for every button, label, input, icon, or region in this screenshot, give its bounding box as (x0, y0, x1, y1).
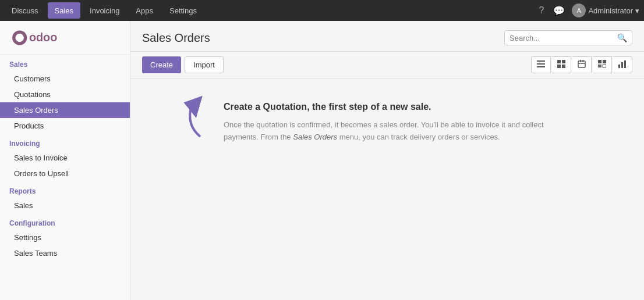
svg-rect-12 (583, 60, 584, 62)
svg-rect-14 (598, 60, 601, 63)
pivot-view-button[interactable] (593, 56, 612, 73)
sidebar-item-reports-sales[interactable]: Sales (0, 198, 130, 213)
svg-rect-13 (578, 63, 585, 64)
sidebar-item-products[interactable]: Products (0, 118, 130, 134)
search-bar[interactable]: 🔍 (504, 30, 632, 45)
sidebar-item-sales-teams[interactable]: Sales Teams (0, 245, 130, 261)
graph-view-button[interactable] (613, 56, 632, 73)
svg-rect-19 (618, 65, 620, 68)
create-arrow-icon (180, 96, 209, 142)
nav-item-settings[interactable]: Settings (162, 2, 204, 19)
svg-rect-4 (537, 63, 545, 65)
avatar: A (572, 3, 586, 17)
nav-item-invoicing[interactable]: Invoicing (83, 2, 126, 19)
chat-icon[interactable]: 💬 (551, 3, 567, 19)
username: Administrator (588, 6, 633, 15)
sidebar-header-reports: Reports (0, 181, 130, 198)
kanban-view-button[interactable] (552, 56, 571, 73)
svg-rect-15 (603, 60, 606, 63)
sidebar-item-config-settings[interactable]: Settings (0, 230, 130, 245)
sidebar-item-sales-orders[interactable]: Sales Orders (0, 102, 130, 118)
sidebar-section-configuration: Configuration Settings Sales Teams (0, 213, 130, 261)
search-icon: 🔍 (617, 33, 627, 42)
svg-rect-6 (557, 60, 561, 63)
user-menu[interactable]: A Administrator ▾ (572, 3, 639, 17)
sidebar-header-invoicing: Invoicing (0, 134, 130, 150)
svg-rect-8 (557, 65, 561, 68)
list-view-button[interactable] (531, 56, 551, 73)
content-header: Sales Orders 🔍 (130, 21, 644, 52)
sidebar-item-quotations[interactable]: Quotations (0, 87, 130, 102)
svg-rect-17 (598, 66, 601, 67)
arrow-container (177, 96, 212, 142)
sidebar-header-configuration: Configuration (0, 213, 130, 230)
svg-rect-16 (598, 65, 601, 66)
user-dropdown-icon: ▾ (635, 6, 639, 15)
create-button[interactable]: Create (142, 56, 181, 73)
sidebar-section-sales: Sales Customers Quotations Sales Orders … (0, 55, 130, 134)
sidebar-header-sales: Sales (0, 55, 130, 71)
svg-rect-10 (578, 61, 585, 67)
svg-rect-9 (562, 65, 565, 68)
import-button[interactable]: Import (185, 56, 224, 73)
sidebar-section-reports: Reports Sales (0, 181, 130, 213)
top-navigation: Discuss Sales Invoicing Apps Settings ? … (0, 0, 644, 21)
sidebar: odoo Sales Customers Quotations Sales Or… (0, 21, 130, 300)
empty-state-heading: Create a Quotation, the first step of a … (224, 102, 550, 112)
sidebar-item-customers[interactable]: Customers (0, 71, 130, 87)
svg-rect-7 (562, 60, 565, 63)
toolbar: Create Import (130, 52, 644, 78)
nav-item-apps[interactable]: Apps (129, 2, 160, 19)
svg-rect-21 (624, 60, 626, 68)
nav-item-discuss[interactable]: Discuss (5, 2, 45, 19)
odoo-logo: odoo (9, 27, 79, 48)
svg-rect-3 (537, 60, 545, 62)
svg-text:odoo: odoo (29, 31, 57, 44)
page-title: Sales Orders (142, 31, 210, 45)
empty-state: Create a Quotation, the first step of a … (130, 78, 644, 161)
view-switcher (531, 56, 632, 73)
nav-item-sales[interactable]: Sales (48, 2, 81, 19)
svg-rect-5 (537, 66, 545, 67)
help-icon[interactable]: ? (537, 3, 547, 18)
main-layout: odoo Sales Customers Quotations Sales Or… (0, 21, 644, 300)
content-area: Sales Orders 🔍 Create Import (130, 21, 644, 300)
empty-state-text: Create a Quotation, the first step of a … (224, 96, 550, 144)
search-input[interactable] (509, 34, 617, 42)
svg-point-1 (16, 33, 24, 41)
empty-state-body: Once the quotation is confirmed, it beco… (224, 119, 550, 144)
sidebar-item-sales-to-invoice[interactable]: Sales to Invoice (0, 150, 130, 166)
logo-area: odoo (0, 21, 130, 55)
svg-rect-20 (621, 62, 623, 68)
svg-rect-11 (580, 60, 581, 62)
sidebar-section-invoicing: Invoicing Sales to Invoice Orders to Ups… (0, 134, 130, 181)
calendar-view-button[interactable] (572, 56, 592, 73)
svg-rect-18 (603, 65, 606, 67)
sidebar-item-orders-to-upsell[interactable]: Orders to Upsell (0, 166, 130, 181)
